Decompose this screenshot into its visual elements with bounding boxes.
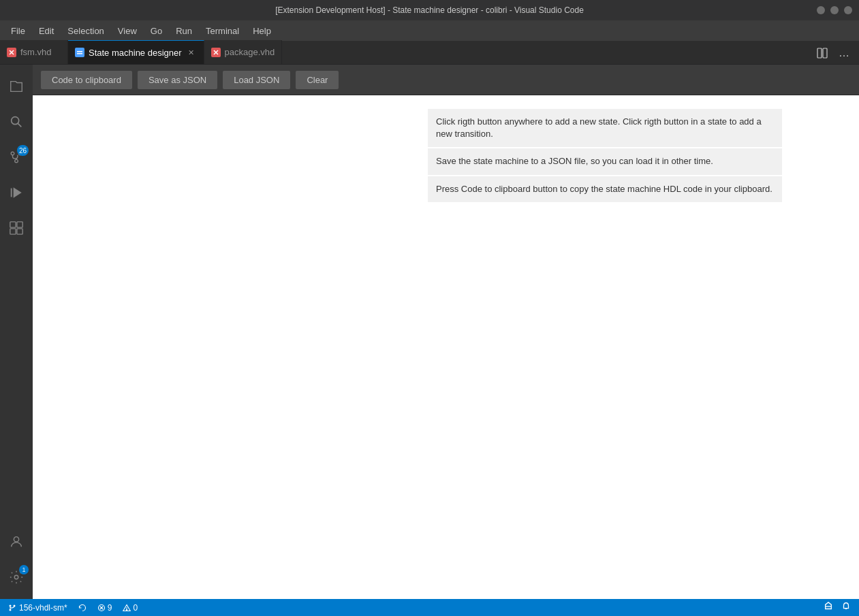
- svg-rect-3: [76, 49, 83, 56]
- svg-point-15: [15, 159, 18, 163]
- menu-file[interactable]: File: [5, 23, 31, 39]
- info-row-0: Click rigth button anywhere to add a new…: [428, 109, 782, 147]
- tab-fsm-label: fsm.vhd: [20, 47, 52, 57]
- svg-point-24: [14, 575, 18, 579]
- svg-point-25: [10, 604, 12, 606]
- menu-view[interactable]: View: [112, 23, 142, 39]
- activity-extensions[interactable]: [0, 212, 33, 244]
- menu-go[interactable]: Go: [145, 23, 168, 39]
- activitybar: 26: [0, 65, 33, 599]
- package-icon: [211, 48, 221, 57]
- tab-close-button[interactable]: ✕: [186, 47, 197, 58]
- designer-icon: [75, 48, 84, 57]
- svg-rect-9: [817, 48, 822, 58]
- activity-settings[interactable]: 1: [0, 561, 33, 594]
- branch-indicator[interactable]: 156-vhdl-sm*: [5, 603, 70, 613]
- activity-run[interactable]: [0, 176, 33, 209]
- load-json-button[interactable]: Load JSON: [223, 71, 290, 89]
- menu-run[interactable]: Run: [170, 23, 198, 39]
- menubar: File Edit Selection View Go Run Terminal…: [0, 20, 859, 41]
- info-panel: Click rigth button anywhere to add a new…: [428, 109, 782, 202]
- activity-bottom: 1: [0, 525, 33, 599]
- menu-help[interactable]: Help: [247, 23, 277, 39]
- tab-designer-label: State machine designer: [89, 48, 182, 58]
- tab-designer[interactable]: State machine designer ✕: [68, 40, 204, 64]
- code-to-clipboard-button[interactable]: Code to clipboard: [41, 71, 132, 89]
- errors-indicator[interactable]: 9: [95, 603, 115, 613]
- statusbar: 156-vhdl-sm* 9 0: [0, 599, 859, 616]
- svg-rect-21: [10, 229, 16, 234]
- maximize-button[interactable]: □: [830, 6, 839, 14]
- warning-count: 0: [133, 603, 138, 613]
- svg-marker-17: [14, 189, 20, 197]
- split-editor-button[interactable]: [813, 44, 832, 63]
- menu-terminal[interactable]: Terminal: [200, 23, 245, 39]
- titlebar: [Extension Development Host] - State mac…: [0, 0, 859, 20]
- svg-rect-5: [77, 53, 82, 54]
- svg-point-23: [14, 537, 18, 542]
- editor-area: Code to clipboard Save as JSON Load JSON…: [33, 65, 859, 599]
- svg-rect-22: [17, 229, 22, 234]
- info-row-1: Save the state machine to a JSON file, s…: [428, 148, 782, 174]
- settings-badge: 1: [19, 565, 29, 574]
- source-control-badge: 26: [17, 145, 29, 156]
- tab-package-label: package.vhd: [225, 47, 275, 57]
- activity-search[interactable]: [0, 106, 33, 138]
- svg-point-11: [12, 117, 19, 125]
- canvas-area[interactable]: Click rigth button anywhere to add a new…: [33, 95, 859, 599]
- minimize-button[interactable]: –: [817, 6, 825, 14]
- tabbar: fsm.vhd State machine designer ✕ package…: [0, 41, 859, 65]
- menu-edit[interactable]: Edit: [33, 23, 59, 39]
- svg-point-32: [127, 609, 127, 610]
- branch-name: 156-vhdl-sm*: [19, 603, 67, 613]
- tabbar-actions: …: [807, 41, 859, 65]
- svg-point-13: [11, 152, 14, 155]
- tab-fsm[interactable]: fsm.vhd: [0, 40, 68, 64]
- main-layout: 26: [0, 65, 859, 599]
- clear-button[interactable]: Clear: [296, 71, 339, 89]
- activity-source-control[interactable]: 26: [0, 141, 33, 174]
- svg-rect-10: [823, 48, 827, 58]
- menu-selection[interactable]: Selection: [62, 23, 109, 39]
- window-controls: – □ ✕: [817, 6, 852, 14]
- svg-rect-19: [10, 222, 16, 227]
- warnings-indicator[interactable]: 0: [120, 603, 140, 613]
- fsm-icon: [7, 48, 16, 57]
- status-left: 156-vhdl-sm* 9 0: [5, 603, 140, 613]
- svg-rect-4: [77, 51, 82, 52]
- more-actions-button[interactable]: …: [834, 44, 854, 63]
- save-as-json-button[interactable]: Save as JSON: [138, 71, 217, 89]
- status-right: [821, 602, 854, 613]
- tab-package[interactable]: package.vhd: [204, 40, 283, 64]
- svg-point-26: [10, 609, 12, 611]
- activity-account[interactable]: [0, 525, 33, 558]
- info-row-2: Press Code to clipboard button to copy t…: [428, 176, 782, 202]
- sync-button[interactable]: [76, 604, 89, 612]
- activity-explorer[interactable]: [0, 70, 33, 103]
- toolbar: Code to clipboard Save as JSON Load JSON…: [33, 65, 859, 95]
- error-count: 9: [108, 603, 112, 613]
- bell-icon[interactable]: [839, 602, 854, 613]
- notification-icon[interactable]: [821, 602, 836, 613]
- titlebar-title: [Extension Development Host] - State mac…: [275, 5, 584, 15]
- close-button[interactable]: ✕: [844, 6, 852, 14]
- svg-rect-20: [17, 222, 22, 227]
- svg-line-12: [18, 123, 21, 127]
